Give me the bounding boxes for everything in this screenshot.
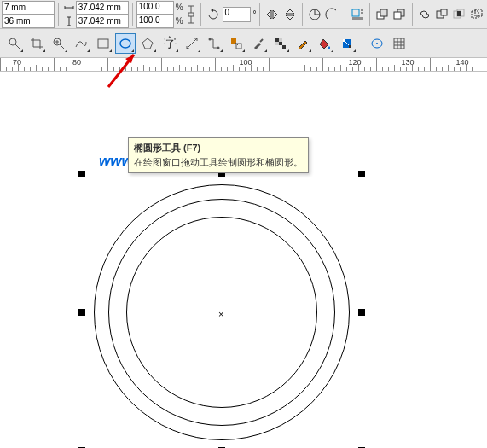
svg-rect-32 <box>394 38 404 49</box>
canvas[interactable]: www.rjzxw.com × 椭圆形工具 (F7) 在绘图窗口拖动工具绘制圆形… <box>0 72 487 448</box>
interactive-fill-tool[interactable] <box>337 33 357 54</box>
pos-y-input[interactable]: 36 mm <box>2 15 55 28</box>
arc-button[interactable] <box>324 5 339 24</box>
svg-point-31 <box>376 43 378 44</box>
tooltip-desc: 在绘图窗口拖动工具绘制圆形和椭圆形。 <box>134 156 303 169</box>
mirror-h-button[interactable] <box>264 5 280 24</box>
mirror-v-button[interactable] <box>282 5 298 24</box>
lock-ratio-button[interactable] <box>185 1 198 28</box>
mesh-fill-tool[interactable] <box>389 33 409 54</box>
smart-fill-tool[interactable] <box>367 33 387 54</box>
zoom-tool[interactable] <box>49 33 69 54</box>
selection-center: × <box>218 309 223 319</box>
weld-button[interactable] <box>416 5 432 24</box>
svg-rect-29 <box>349 45 351 48</box>
svg-rect-2 <box>352 9 359 16</box>
svg-rect-28 <box>343 39 345 42</box>
rotation-input[interactable]: 0 <box>223 7 252 22</box>
front-of-button[interactable] <box>374 5 390 24</box>
svg-rect-4 <box>380 9 387 16</box>
connector-tool[interactable] <box>204 33 224 54</box>
height-input[interactable]: 37.042 mm <box>76 15 129 28</box>
selection-handle[interactable] <box>358 171 365 177</box>
svg-rect-24 <box>282 45 286 49</box>
scale-x-input[interactable]: 100.0 <box>136 1 174 15</box>
tooltip-title: 椭圆形工具 (F7) <box>134 142 303 154</box>
pie-button[interactable] <box>307 5 322 24</box>
crop-tool[interactable] <box>26 33 47 54</box>
tooltip: 椭圆形工具 (F7) 在绘图窗口拖动工具绘制圆形和椭圆形。 <box>128 137 309 173</box>
width-icon <box>62 3 76 12</box>
intersect-button[interactable] <box>451 5 467 24</box>
interactive-tool[interactable] <box>226 33 246 54</box>
svg-rect-25 <box>279 38 282 42</box>
svg-rect-11 <box>457 11 461 16</box>
toolbox: 字 <box>0 29 487 58</box>
fill-tool[interactable] <box>315 33 335 54</box>
search-tool[interactable] <box>4 33 25 54</box>
svg-rect-0 <box>188 13 194 16</box>
dimension-tool[interactable] <box>182 33 202 54</box>
svg-rect-6 <box>394 12 401 19</box>
height-icon <box>62 16 76 26</box>
trim-button[interactable] <box>434 5 449 24</box>
text-tool[interactable]: 字 <box>159 33 180 54</box>
svg-rect-23 <box>279 42 282 45</box>
svg-rect-22 <box>275 38 279 42</box>
pos-x-input[interactable]: 7 mm <box>2 1 55 15</box>
size-group: 37.042 mm 37.042 mm <box>62 1 129 28</box>
position-group: 7 mm 36 mm <box>2 1 55 28</box>
transparency-tool[interactable] <box>270 33 291 54</box>
svg-rect-8 <box>441 9 447 15</box>
behind-button[interactable] <box>391 5 407 24</box>
scale-group: 100.0% 100.0% <box>136 1 183 28</box>
selection-handle[interactable] <box>78 309 85 316</box>
eyedropper-tool[interactable] <box>248 33 269 54</box>
wrap-text-button[interactable] <box>349 5 364 24</box>
svg-rect-26 <box>275 42 279 45</box>
outline-pen-tool[interactable] <box>293 33 313 54</box>
annotation-arrow <box>98 46 149 97</box>
horizontal-ruler: 70 80 100 120 130 140 <box>0 58 487 72</box>
property-bar: 7 mm 36 mm 37.042 mm 37.042 mm 100.0% 10… <box>0 0 487 29</box>
simplify-button[interactable] <box>469 5 484 24</box>
scale-y-input[interactable]: 100.0 <box>136 15 174 28</box>
selection-handle[interactable] <box>78 171 85 177</box>
freehand-tool[interactable] <box>71 33 91 54</box>
selection-handle[interactable] <box>358 309 365 316</box>
svg-point-18 <box>209 38 212 40</box>
width-input[interactable]: 37.042 mm <box>76 1 129 15</box>
rotate-icon <box>206 5 221 24</box>
svg-point-14 <box>9 38 16 45</box>
